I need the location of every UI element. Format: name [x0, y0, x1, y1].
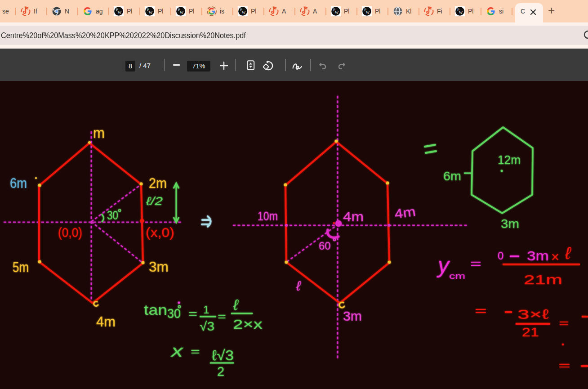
svg-text:=: =: [470, 257, 481, 271]
svg-text:3m: 3m: [149, 259, 169, 275]
svg-text:cm: cm: [449, 272, 465, 281]
svg-text:4m: 4m: [343, 209, 364, 224]
svg-text:ℓ/2: ℓ/2: [146, 194, 163, 208]
svg-text:12m: 12m: [498, 153, 521, 167]
svg-text:21: 21: [522, 325, 539, 339]
svg-text:√3: √3: [200, 319, 214, 333]
svg-text:3×ℓ: 3×ℓ: [517, 307, 549, 322]
svg-text:10m: 10m: [258, 209, 278, 223]
svg-text:30: 30: [107, 208, 118, 222]
svg-text:y: y: [437, 253, 450, 278]
svg-text:3m: 3m: [343, 309, 362, 323]
svg-text:m: m: [93, 124, 105, 141]
svg-text:=: =: [558, 358, 570, 372]
svg-text:×: ×: [551, 249, 559, 265]
svg-text:2: 2: [217, 364, 224, 379]
svg-text:21m: 21m: [524, 272, 562, 287]
svg-text:2×x: 2×x: [233, 317, 263, 331]
svg-text:=: =: [475, 304, 487, 318]
svg-text:3m: 3m: [527, 248, 549, 263]
svg-text:ℓ: ℓ: [565, 244, 571, 263]
svg-text:1: 1: [203, 304, 209, 316]
svg-text:0: 0: [498, 250, 503, 262]
svg-text:x: x: [170, 342, 184, 360]
svg-text:3m: 3m: [501, 217, 519, 231]
svg-text:(x,0): (x,0): [146, 225, 174, 240]
svg-text:=: =: [188, 307, 197, 320]
svg-text:=: =: [191, 345, 200, 358]
svg-text:ℓ√3: ℓ√3: [212, 347, 234, 363]
svg-text:6m: 6m: [443, 169, 461, 183]
svg-text:5m: 5m: [13, 259, 29, 275]
svg-text:ℓ: ℓ: [296, 278, 301, 293]
svg-text:60: 60: [319, 240, 331, 252]
svg-text:2m: 2m: [149, 175, 167, 191]
svg-text:tan: tan: [144, 302, 167, 318]
svg-text:4m: 4m: [96, 314, 116, 330]
svg-text:ℓ: ℓ: [233, 296, 239, 313]
svg-text:=: =: [218, 310, 226, 322]
svg-text:6m: 6m: [10, 175, 27, 191]
svg-text:=: =: [559, 316, 569, 330]
svg-text:4m: 4m: [393, 204, 416, 221]
svg-text:(0,0): (0,0): [58, 225, 82, 240]
